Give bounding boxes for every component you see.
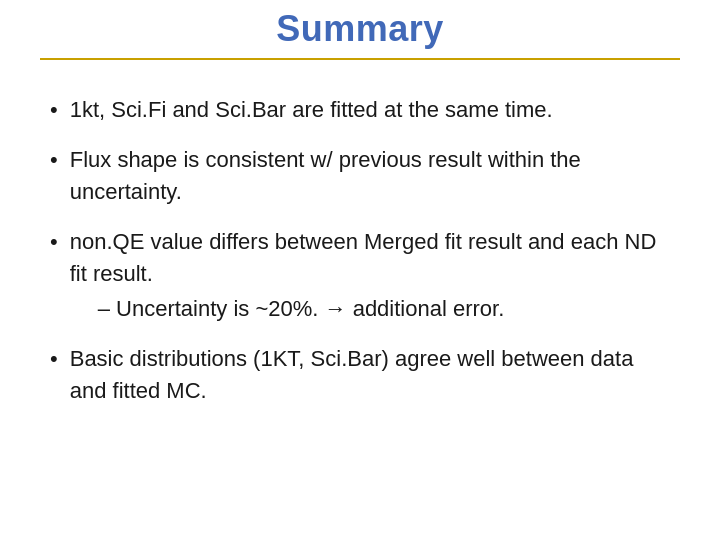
bullet-text-4: Basic distributions (1KT, Sci.Bar) agree… — [70, 343, 660, 407]
bullet-dot-1: • — [50, 94, 58, 126]
bullet-dot-4: • — [50, 343, 58, 375]
bullet-text-1: 1kt, Sci.Fi and Sci.Bar are fitted at th… — [70, 94, 660, 126]
content-section: • 1kt, Sci.Fi and Sci.Bar are fitted at … — [40, 84, 680, 510]
sub-item-3: – Uncertainty is ~20%. → additional erro… — [98, 293, 660, 325]
bullet-item-3: • non.QE value differs between Merged fi… — [50, 226, 660, 326]
bullet-item-1: • 1kt, Sci.Fi and Sci.Bar are fitted at … — [50, 94, 660, 126]
bullet-item-4: • Basic distributions (1KT, Sci.Bar) agr… — [50, 343, 660, 407]
bullet-dot-2: • — [50, 144, 58, 176]
bullet-text-2: Flux shape is consistent w/ previous res… — [70, 144, 660, 208]
bullet-dot-3: • — [50, 226, 58, 258]
bullet-text-3: non.QE value differs between Merged fit … — [70, 229, 657, 286]
bullet-list: • 1kt, Sci.Fi and Sci.Bar are fitted at … — [50, 94, 660, 407]
slide-container: Summary • 1kt, Sci.Fi and Sci.Bar are fi… — [0, 0, 720, 540]
bullet-item-2: • Flux shape is consistent w/ previous r… — [50, 144, 660, 208]
title-underline — [40, 58, 680, 60]
header-section: Summary — [40, 0, 680, 60]
slide-title: Summary — [276, 8, 444, 50]
